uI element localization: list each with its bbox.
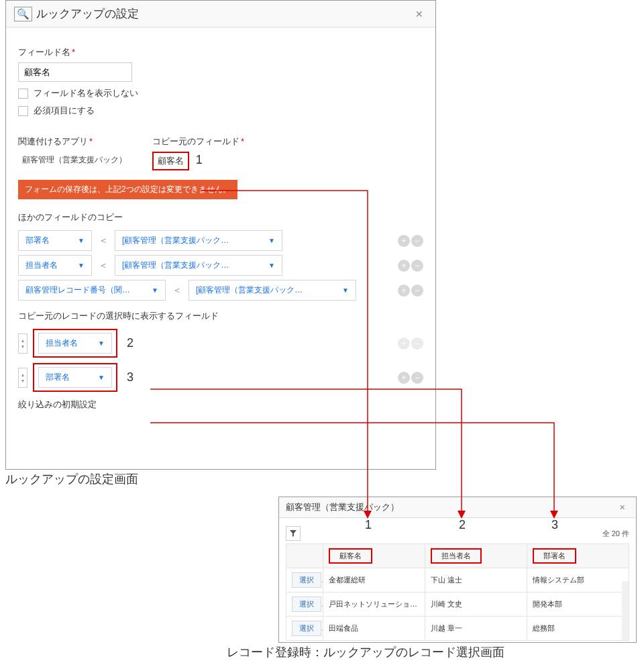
display-field-highlight: 担当者名▼ xyxy=(33,329,117,358)
field-name-input[interactable] xyxy=(18,62,132,82)
remove-icon[interactable]: − xyxy=(411,372,423,384)
annotation-number-1: 1 xyxy=(192,153,207,166)
record-select-panel: 顧客管理（営業支援パック） ✕ 全 20 件 顧客名 担当者名 部署名 xyxy=(278,497,637,643)
panel-title-text: ルックアップの設定 xyxy=(36,6,139,21)
cell: 川崎 文史 xyxy=(425,592,527,617)
cell: 金都運総研 xyxy=(323,568,425,592)
display-field-highlight: 部署名▼ xyxy=(33,363,117,392)
cell: 川越 章一 xyxy=(425,617,527,641)
copy-src-select[interactable]: [顧客管理（営業支援パック…▼ xyxy=(115,230,282,251)
cell: 情報システム部 xyxy=(527,568,629,592)
annotation-number-3: 3 xyxy=(123,370,138,384)
drag-handle-icon[interactable]: ▲▼ xyxy=(18,368,28,388)
copy-src-select[interactable]: [顧客管理（営業支援パック…▼ xyxy=(189,280,356,301)
warning-bar: フォームの保存後は、上記2つの設定は変更できません。 xyxy=(18,180,237,199)
filter-icon[interactable] xyxy=(286,526,301,541)
copy-dest-select[interactable]: 担当者名▼ xyxy=(18,255,92,276)
cell: 田端食品 xyxy=(323,617,425,641)
copy-source-value-box: 顧客名 xyxy=(152,152,189,170)
display-fields-heading: コピー元のレコードの選択時に表示するフィールド xyxy=(18,310,423,322)
records-table: 顧客名 担当者名 部署名 選択 金都運総研 下山 遠士 情報システム部 選択 戸… xyxy=(286,544,629,641)
chevron-down-icon: ▼ xyxy=(268,237,275,244)
app-and-source-row: 関連付けるアプリ* 顧客管理（営業支援パック） コピー元のフィールド* 顧客名 … xyxy=(18,127,423,170)
annotation-number-1b: 1 xyxy=(365,518,372,532)
display-field-select[interactable]: 部署名▼ xyxy=(38,367,112,388)
add-icon[interactable]: + xyxy=(398,260,410,272)
hide-fieldname-label: フィールド名を表示しない xyxy=(34,87,138,99)
column-header: 部署名 xyxy=(543,552,566,560)
record-count: 全 20 件 xyxy=(602,529,629,539)
column-header-highlight: 顧客名 xyxy=(329,548,372,564)
select-button[interactable]: 選択 xyxy=(292,572,321,588)
copy-row: 顧客管理レコード番号（関…▼ ＜ [顧客管理（営業支援パック…▼ +− xyxy=(18,280,423,301)
required-label: 必須項目にする xyxy=(34,105,95,117)
cell: 総務部 xyxy=(527,617,629,641)
copy-dest-select[interactable]: 顧客管理レコード番号（関…▼ xyxy=(18,280,166,301)
table-header-row: 顧客名 担当者名 部署名 xyxy=(286,544,629,568)
copy-dest-select[interactable]: 部署名▼ xyxy=(18,230,92,251)
required-checkbox[interactable] xyxy=(18,106,28,116)
select-button[interactable]: 選択 xyxy=(292,621,321,636)
remove-icon[interactable]: − xyxy=(411,338,423,350)
column-header-highlight: 部署名 xyxy=(533,548,576,564)
table-row: 選択 戸田ネットソリューションズ 川崎 文史 開発本部 xyxy=(286,592,629,617)
cell: 開発本部 xyxy=(527,592,629,617)
column-header: 顧客名 xyxy=(339,552,362,560)
lookup-icon: 🔍 xyxy=(14,7,32,21)
hide-fieldname-checkbox-row: フィールド名を表示しない xyxy=(18,87,423,99)
arrow-left-icon: ＜ xyxy=(97,235,109,247)
related-app-value: 顧客管理（営業支援パック） xyxy=(18,152,131,168)
remove-icon[interactable]: − xyxy=(411,260,423,272)
records-header: 顧客管理（営業支援パック） ✕ xyxy=(279,497,636,518)
add-icon[interactable]: + xyxy=(398,372,410,384)
display-field-row: ▲▼ 担当者名▼ 2 +− xyxy=(18,329,423,358)
table-row: 選択 金都運総研 下山 遠士 情報システム部 xyxy=(286,568,629,592)
add-icon[interactable]: + xyxy=(398,285,410,297)
hide-fieldname-checkbox[interactable] xyxy=(18,89,28,99)
chevron-down-icon: ▼ xyxy=(98,374,105,381)
arrow-left-icon: ＜ xyxy=(171,285,183,297)
close-icon[interactable]: ✕ xyxy=(615,502,629,513)
records-title: 顧客管理（営業支援パック） xyxy=(286,501,399,513)
annotation-number-2: 2 xyxy=(123,336,138,350)
column-header-highlight: 担当者名 xyxy=(431,548,482,564)
chevron-down-icon: ▼ xyxy=(78,237,85,244)
panel-body: フィールド名* フィールド名を表示しない 必須項目にする 関連付けるアプリ* 顧… xyxy=(6,28,435,424)
related-app-label: 関連付けるアプリ* xyxy=(18,136,131,148)
add-icon[interactable]: + xyxy=(398,338,410,350)
close-icon[interactable]: ✕ xyxy=(411,7,427,21)
chevron-down-icon: ▼ xyxy=(98,340,105,347)
panel-header: 🔍 ルックアップの設定 ✕ xyxy=(6,1,435,28)
annotation-number-3b: 3 xyxy=(551,518,558,532)
copy-other-heading: ほかのフィールドのコピー xyxy=(18,211,423,223)
copy-source-label: コピー元のフィールド* xyxy=(152,136,244,148)
annotation-number-2b: 2 xyxy=(459,518,466,532)
chevron-down-icon: ▼ xyxy=(268,262,275,269)
cell: 下山 遠士 xyxy=(425,568,527,592)
add-icon[interactable]: + xyxy=(398,235,410,247)
display-field-select[interactable]: 担当者名▼ xyxy=(38,333,112,354)
display-field-row: ▲▼ 部署名▼ 3 +− xyxy=(18,363,423,392)
lookup-settings-panel: 🔍 ルックアップの設定 ✕ フィールド名* フィールド名を表示しない 必須項目に… xyxy=(5,0,436,470)
chevron-down-icon: ▼ xyxy=(78,262,85,269)
drag-handle-icon[interactable]: ▲▼ xyxy=(18,333,28,354)
required-checkbox-row: 必須項目にする xyxy=(18,105,423,117)
copy-row: 担当者名▼ ＜ [顧客管理（営業支援パック…▼ +− xyxy=(18,255,423,276)
arrow-left-icon: ＜ xyxy=(97,260,109,272)
remove-icon[interactable]: − xyxy=(411,235,423,247)
records-caption: レコード登録時：ルックアップのレコード選択画面 xyxy=(227,644,504,660)
records-body: 全 20 件 顧客名 担当者名 部署名 選択 金都運総研 xyxy=(279,518,636,648)
chevron-down-icon: ▼ xyxy=(342,287,349,294)
cell: 戸田ネットソリューションズ xyxy=(323,592,425,617)
copy-row: 部署名▼ ＜ [顧客管理（営業支援パック…▼ +− xyxy=(18,230,423,251)
copy-source-value: 顧客名 xyxy=(158,156,184,166)
settings-caption: ルックアップの設定画面 xyxy=(5,471,138,487)
table-row: 選択 田端食品 川越 章一 総務部 xyxy=(286,617,629,641)
chevron-down-icon: ▼ xyxy=(152,287,158,294)
remove-icon[interactable]: − xyxy=(411,285,423,297)
select-button[interactable]: 選択 xyxy=(292,597,321,612)
field-name-label: フィールド名* xyxy=(18,46,423,58)
filter-heading: 絞り込みの初期設定 xyxy=(18,399,423,411)
copy-src-select[interactable]: [顧客管理（営業支援パック…▼ xyxy=(115,255,282,276)
scrollbar[interactable] xyxy=(622,581,629,640)
